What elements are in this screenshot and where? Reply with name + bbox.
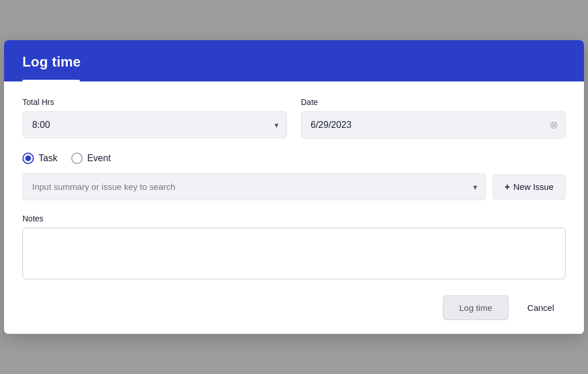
task-radio-input[interactable] — [22, 153, 34, 164]
total-hrs-group: Total Hrs 8:00 1:00 2:00 4:00 ▾ — [22, 98, 287, 139]
modal-header: Log time — [4, 40, 584, 81]
date-input-wrapper[interactable]: ⊗ — [301, 111, 566, 139]
modal-title: Log time — [22, 54, 566, 70]
date-group: Date ⊗ — [301, 98, 566, 139]
notes-textarea[interactable] — [22, 228, 566, 279]
modal-overlay: Log time Total Hrs 8:00 1:00 2:00 4:00 — [0, 0, 588, 374]
modal-body: Total Hrs 8:00 1:00 2:00 4:00 ▾ Date — [4, 81, 584, 334]
event-radio-label: Event — [87, 153, 111, 163]
clear-date-icon[interactable]: ⊗ — [550, 119, 558, 131]
task-radio-label: Task — [38, 153, 57, 163]
total-hrs-select-wrapper[interactable]: 8:00 1:00 2:00 4:00 ▾ — [22, 111, 287, 138]
search-new-issue-row: ▾ + New Issue — [22, 173, 566, 200]
search-wrapper[interactable]: ▾ — [22, 173, 486, 200]
notes-section: Notes — [22, 214, 566, 282]
total-hrs-label: Total Hrs — [22, 98, 287, 107]
log-time-button[interactable]: Log time — [443, 295, 509, 320]
total-hrs-select[interactable]: 8:00 1:00 2:00 4:00 — [23, 112, 287, 138]
event-radio-input[interactable] — [71, 153, 83, 164]
task-event-radio-row: Task Event — [22, 153, 566, 164]
task-radio-option[interactable]: Task — [22, 153, 57, 164]
new-issue-label: New Issue — [513, 182, 554, 192]
footer-row: Log time Cancel — [22, 295, 566, 320]
cancel-button[interactable]: Cancel — [516, 296, 566, 320]
plus-icon: + — [505, 182, 510, 192]
time-date-row: Total Hrs 8:00 1:00 2:00 4:00 ▾ Date — [22, 98, 566, 139]
notes-label: Notes — [22, 214, 566, 223]
log-time-modal: Log time Total Hrs 8:00 1:00 2:00 4:00 — [4, 40, 584, 334]
date-input[interactable] — [301, 112, 565, 138]
search-input[interactable] — [23, 174, 485, 200]
new-issue-button[interactable]: + New Issue — [493, 174, 566, 200]
header-underline — [22, 80, 80, 81]
date-label: Date — [301, 98, 566, 107]
event-radio-option[interactable]: Event — [71, 153, 111, 164]
